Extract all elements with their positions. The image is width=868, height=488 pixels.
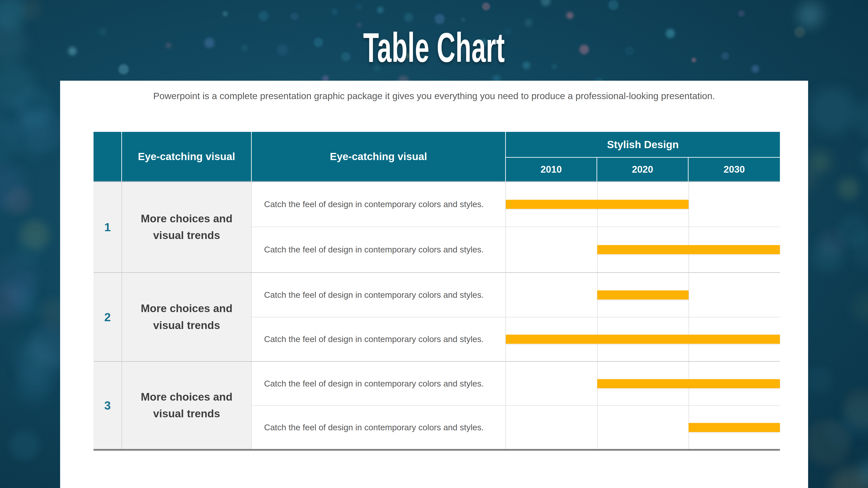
gantt-cell [506,317,780,362]
content-card: Powerpoint is a complete presentation gr… [60,81,808,488]
bokeh-dot [810,88,857,134]
bokeh-dot [794,27,805,37]
slide-title: Table Chart [165,26,703,69]
bokeh-dot [806,367,832,393]
row-desc-cell: Catch the feel of design in contemporary… [252,273,506,317]
bokeh-dot [291,12,299,20]
bokeh-dot [10,430,39,460]
bokeh-dot [223,11,228,16]
row-label-cell: More choices and visual trends [122,362,252,449]
bokeh-dot [566,12,573,19]
row-desc-cell: Catch the feel of design in contemporary… [252,227,506,273]
header-cell-year-2: 2020 [597,158,688,182]
gantt-bar [506,335,780,344]
bokeh-dot [482,3,490,10]
gantt-cell [506,362,780,406]
gantt-bar [597,245,780,254]
gantt-cell [506,273,780,317]
header-cell-blank [94,132,122,182]
gantt-bar [688,423,780,432]
bokeh-dot [721,52,729,60]
bokeh-dot [863,147,868,171]
bokeh-dot [738,10,745,17]
bokeh-dot [99,28,107,36]
bokeh-dot [752,65,759,72]
bokeh-dot [800,0,826,25]
gantt-bar [506,200,688,209]
header-cell-label: Eye-catching visual [122,132,252,182]
row-number-cell: 1 [94,182,122,273]
row-desc-cell: Catch the feel of design in contemporary… [252,182,506,227]
bokeh-dot [541,0,550,6]
header-cell-desc: Eye-catching visual [252,132,506,182]
gantt-bar [597,290,688,299]
bokeh-dot [258,11,269,21]
bokeh-dot [11,291,37,317]
bokeh-dot [852,292,868,322]
bokeh-dot [812,240,843,271]
bokeh-dot [435,14,445,24]
bokeh-dot [608,0,618,10]
bokeh-dot [404,13,413,22]
gantt-cell [506,406,780,449]
bokeh-dot [68,47,76,55]
row-desc-cell: Catch the feel of design in contemporary… [252,317,506,362]
row-desc-cell: Catch the feel of design in contemporary… [252,362,506,406]
gantt-bar [597,379,780,388]
slide-subtitle: Powerpoint is a complete presentation gr… [60,91,808,101]
gantt-cell [506,227,780,273]
slide: Table Chart Powerpoint is a complete pre… [0,0,868,488]
header-cell-year-3: 2030 [688,158,780,182]
gantt-cell [506,182,780,227]
bokeh-dot [808,151,831,173]
row-desc-cell: Catch the feel of design in contemporary… [252,406,506,449]
row-number-cell: 2 [94,273,122,362]
bokeh-dot [854,98,868,139]
header-cell-year-1: 2010 [506,158,597,182]
bokeh-dot [461,18,465,22]
bokeh-dot [826,418,855,448]
table-chart: Eye-catching visual Eye-catching visual … [94,132,780,451]
row-number-cell: 3 [94,362,122,449]
header-cell-group: Stylish Design [506,132,780,158]
bokeh-dot [331,8,338,15]
bokeh-dot [355,3,363,10]
bokeh-dot [838,178,859,199]
bokeh-dot [119,64,129,74]
row-label-cell: More choices and visual trends [122,273,252,362]
bokeh-dot [377,7,383,13]
row-label-cell: More choices and visual trends [122,182,252,273]
